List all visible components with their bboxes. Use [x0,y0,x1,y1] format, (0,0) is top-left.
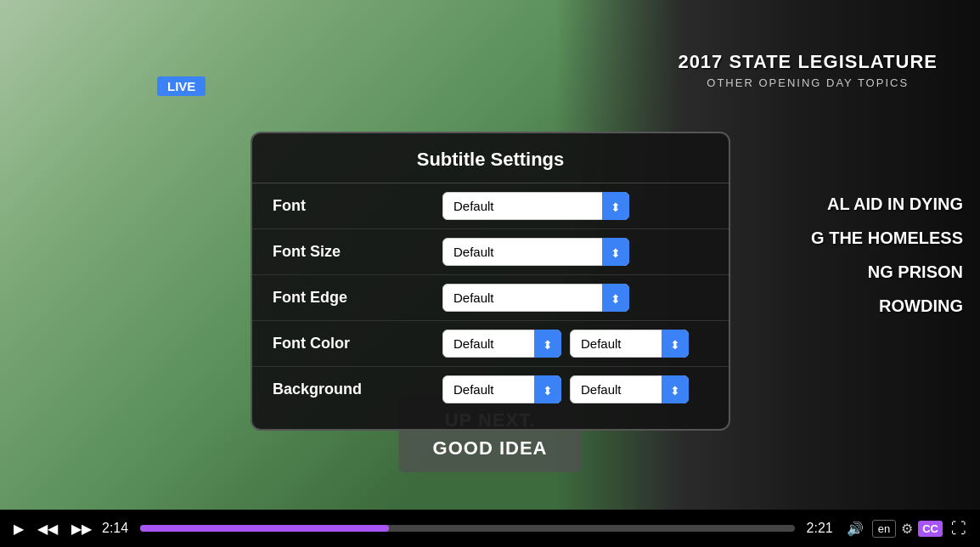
ticker-overlay: 2017 STATE LEGISLATURE OTHER OPENING DAY… [678,51,938,89]
font-size-select[interactable]: Default 50% 75% 100% 125% 150% 175% 200%… [442,238,629,266]
settings-icon[interactable]: ⚙ [901,521,913,537]
font-label: Font [273,197,442,215]
fast-forward-icon: ▶▶ [71,521,92,537]
time-current: 2:14 [102,521,128,536]
font-color-controls: Default White Black Red Green Blue Yello… [442,330,689,358]
play-icon: ▶ [14,521,24,537]
background-label: Background [273,381,442,398]
font-edge-label: Font Edge [273,289,442,307]
settings-row-font-size: Font Size Default 50% 75% 100% 125% 150%… [252,229,729,275]
font-select-wrapper: Default Monospace Serif Proportional Ser… [442,192,629,220]
language-button[interactable]: en [872,520,896,538]
fullscreen-icon: ⛶ [951,520,966,538]
font-color-opacity-wrapper: Default 0% 25% 50% 75% 100% [570,330,689,358]
fullscreen-button[interactable]: ⛶ [948,518,970,539]
settings-row-font: Font Default Monospace Serif Proportiona… [252,183,729,229]
background-controls: Default White Black Red Green Blue Yello… [442,375,689,403]
subtitle-settings-dialog: Subtitle Settings Font Default Monospace… [251,132,730,431]
right-text-3: NG PRISON [811,255,963,289]
rewind-icon: ◀◀ [37,521,58,537]
font-color-opacity-select[interactable]: Default 0% 25% 50% 75% 100% [570,330,689,358]
right-text-items: AL AID IN DYING G THE HOMELESS NG PRISON… [811,187,963,323]
font-edge-select-wrapper: Default None Raised Depressed Uniform Dr… [442,284,629,312]
live-badge: LIVE [157,76,206,96]
progress-bar[interactable] [140,525,794,532]
font-size-label: Font Size [273,243,442,261]
cc-button[interactable]: CC [918,521,943,537]
font-color-select-wrapper: Default White Black Red Green Blue Yello… [442,330,561,358]
font-size-controls: Default 50% 75% 100% 125% 150% 175% 200%… [442,238,629,266]
ticker-title: 2017 STATE LEGISLATURE [678,51,938,73]
play-button[interactable]: ▶ [10,519,27,539]
background-color-select-wrapper: Default White Black Red Green Blue Yello… [442,375,561,403]
ctrl-icon-group: 🔊 en ⚙ CC ⛶ [843,518,970,539]
volume-button[interactable]: 🔊 [843,519,867,539]
font-edge-select[interactable]: Default None Raised Depressed Uniform Dr… [442,284,629,312]
time-end: 2:21 [807,521,833,536]
right-text-4: ROWDING [811,289,963,323]
right-text-1: AL AID IN DYING [811,187,963,221]
rewind-button[interactable]: ◀◀ [34,519,61,539]
settings-row-font-color: Font Color Default White Black Red Green… [252,321,729,367]
font-color-label: Font Color [273,335,442,352]
font-controls: Default Monospace Serif Proportional Ser… [442,192,629,220]
font-color-select[interactable]: Default White Black Red Green Blue Yello… [442,330,561,358]
font-edge-controls: Default None Raised Depressed Uniform Dr… [442,284,629,312]
font-size-select-wrapper: Default 50% 75% 100% 125% 150% 175% 200%… [442,238,629,266]
background-color-select[interactable]: Default White Black Red Green Blue Yello… [442,375,561,403]
subtitle-line2: GOOD IDEA [433,434,548,462]
right-text-2: G THE HOMELESS [811,221,963,255]
settings-title: Subtitle Settings [252,133,729,183]
background-opacity-select[interactable]: Default 0% 25% 50% 75% 100% [570,375,689,403]
background-opacity-wrapper: Default 0% 25% 50% 75% 100% [570,375,689,403]
progress-bar-fill [140,525,389,532]
settings-row-background: Background Default White Black Red Green… [252,367,729,412]
ticker-sub: OTHER OPENING DAY TOPICS [678,76,938,89]
font-select[interactable]: Default Monospace Serif Proportional Ser… [442,192,629,220]
volume-icon: 🔊 [847,521,864,537]
settings-row-font-edge: Font Edge Default None Raised Depressed … [252,275,729,321]
control-bar: ▶ ◀◀ ▶▶ 2:14 2:21 🔊 en ⚙ CC ⛶ [0,510,980,547]
fast-forward-button[interactable]: ▶▶ [68,519,95,539]
